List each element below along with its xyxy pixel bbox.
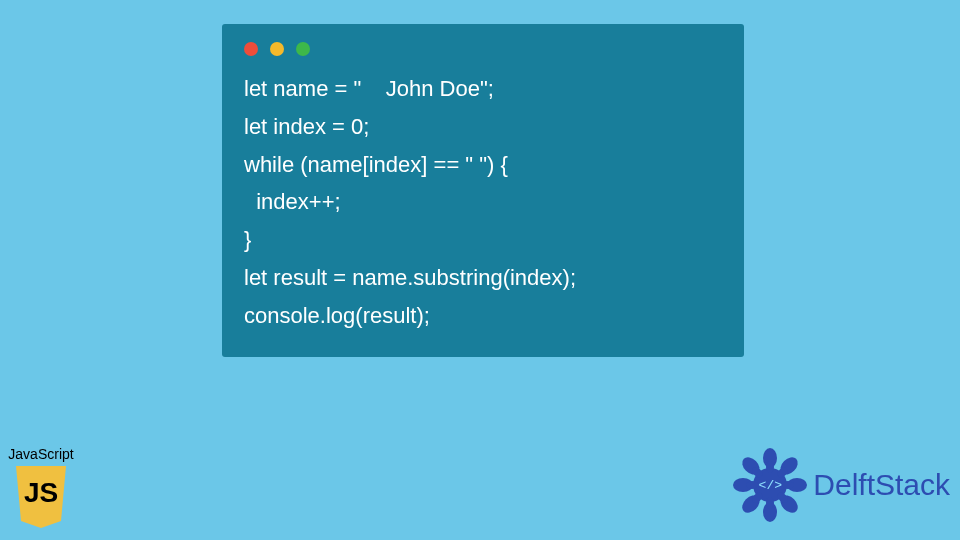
code-line: while (name[index] == " ") { [244,152,508,177]
close-icon [244,42,258,56]
code-line: console.log(result); [244,303,430,328]
code-block: let name = " John Doe"; let index = 0; w… [244,70,722,335]
javascript-badge: JavaScript JS [2,446,80,528]
delftstack-emblem-icon: </> [733,448,807,522]
javascript-label: JavaScript [2,446,80,462]
page-background: let name = " John Doe"; let index = 0; w… [0,0,960,540]
code-line: let index = 0; [244,114,369,139]
maximize-icon [296,42,310,56]
delftstack-logo: </> DelftStack [733,448,950,522]
code-line: let result = name.substring(index); [244,265,576,290]
code-window: let name = " John Doe"; let index = 0; w… [222,24,744,357]
delftstack-word-2: Stack [875,468,950,501]
code-line: index++; [244,189,341,214]
minimize-icon [270,42,284,56]
javascript-shield-letters: JS [13,477,69,509]
mandala-petal-icon [766,461,774,473]
window-traffic-lights [244,42,722,56]
delftstack-word-1: Delft [813,468,875,501]
delftstack-wordmark: DelftStack [813,468,950,502]
code-line: let name = " John Doe"; [244,76,494,101]
code-line: } [244,227,251,252]
javascript-shield-icon: JS [13,466,69,528]
